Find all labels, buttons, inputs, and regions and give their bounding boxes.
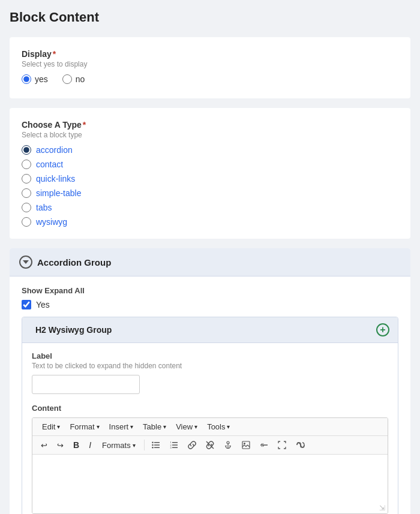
image-icon (242, 441, 250, 449)
italic-button[interactable]: I (85, 438, 95, 452)
display-yes-option[interactable]: yes (22, 74, 48, 84)
accordion-header[interactable]: Accordion Group (10, 248, 410, 276)
label-field-label: Label (32, 351, 388, 360)
svg-rect-0 (154, 442, 160, 443)
display-no-option[interactable]: no (62, 74, 85, 84)
svg-point-5 (152, 447, 154, 449)
type-tabs-label: tabs (36, 203, 52, 212)
menu-edit[interactable]: Edit▾ (37, 420, 65, 433)
anchor-button[interactable] (220, 439, 236, 451)
redo-button[interactable]: ↪ (53, 439, 67, 452)
show-expand-checkbox-row: Yes (22, 300, 398, 309)
infinity-button[interactable] (292, 439, 309, 451)
choose-type-card: Choose A Type* Select a block type accor… (10, 108, 410, 239)
editor-menubar: Edit▾ Format▾ Insert▾ Table▾ (32, 418, 388, 436)
formats-button[interactable]: Formats▾ (97, 439, 140, 452)
fullscreen-icon (278, 441, 286, 449)
accordion-chevron-icon (19, 256, 32, 269)
unlink-icon (206, 441, 214, 449)
anchor-icon (224, 441, 232, 449)
menu-format[interactable]: Format▾ (65, 420, 104, 433)
show-expand-checkbox[interactable] (22, 300, 31, 309)
link-button[interactable] (184, 439, 200, 451)
svg-point-4 (152, 444, 154, 446)
svg-text:3: 3 (170, 446, 172, 449)
image-button[interactable] (238, 439, 254, 451)
page-container: Block Content Display* Select yes to dis… (0, 0, 420, 514)
unordered-list-button[interactable] (148, 439, 164, 451)
label-text-input[interactable] (32, 375, 140, 394)
type-quick-links-label: quick-links (36, 174, 75, 184)
undo-button[interactable]: ↩ (37, 439, 51, 452)
strikethrough-button[interactable]: S (256, 439, 272, 451)
choose-type-hint: Select a block type (22, 131, 398, 139)
type-simple-table-radio[interactable] (22, 188, 31, 198)
svg-point-13 (227, 441, 229, 444)
display-radio-group: yes no (22, 74, 398, 84)
display-yes-label: yes (35, 74, 48, 84)
type-simple-table-label: simple-table (36, 188, 81, 198)
show-expand-label: Show Expand All (22, 286, 398, 295)
content-field-block: Content Edit▾ Format▾ (32, 404, 388, 514)
display-no-label: no (76, 74, 85, 84)
menu-edit-arrow: ▾ (57, 423, 60, 430)
show-expand-yes-label: Yes (36, 300, 50, 309)
accordion-section: Accordion Group Show Expand All Yes H2 W… (10, 248, 410, 514)
type-contact[interactable]: contact (22, 160, 398, 169)
link-icon (188, 441, 196, 449)
type-tabs[interactable]: tabs (22, 203, 398, 212)
type-wysiwyg-radio[interactable] (22, 217, 31, 227)
display-no-radio[interactable] (62, 74, 72, 84)
wysiwyg-section: H2 Wysiwyg Group + Label Text to be clic… (22, 317, 398, 514)
accordion-header-title: Accordion Group (37, 257, 111, 267)
type-accordion-radio[interactable] (22, 145, 31, 155)
type-quick-links[interactable]: quick-links (22, 174, 398, 184)
type-simple-table[interactable]: simple-table (22, 188, 398, 198)
type-accordion[interactable]: accordion (22, 145, 398, 155)
toolbar-sep-1 (144, 440, 145, 450)
type-quick-links-radio[interactable] (22, 174, 31, 184)
display-label: Display* (22, 49, 398, 59)
wysiwyg-add-icon[interactable]: + (376, 323, 389, 336)
ordered-list-button[interactable]: 1 2 3 (166, 439, 182, 451)
menu-view-arrow: ▾ (194, 423, 197, 430)
strikethrough-icon: S (260, 441, 268, 449)
unlink-button[interactable] (202, 439, 218, 451)
content-label: Content (32, 404, 388, 413)
display-card: Display* Select yes to display yes no (10, 37, 410, 98)
type-tabs-radio[interactable] (22, 203, 31, 212)
fullscreen-button[interactable] (274, 439, 290, 451)
display-yes-radio[interactable] (22, 74, 31, 84)
resize-icon: ⇲ (379, 504, 385, 512)
menu-view[interactable]: View▾ (171, 420, 202, 433)
svg-rect-17 (242, 441, 250, 449)
choose-type-label: Choose A Type* (22, 120, 398, 130)
menu-insert[interactable]: Insert▾ (104, 420, 139, 433)
menu-table[interactable]: Table▾ (138, 420, 171, 433)
type-contact-radio[interactable] (22, 160, 31, 169)
formats-arrow: ▾ (133, 442, 136, 449)
type-options: accordion contact quick-links simple-tab… (22, 145, 398, 227)
svg-rect-7 (172, 444, 178, 446)
wysiwyg-header-title: H2 Wysiwyg Group (35, 325, 112, 335)
menu-tools-arrow: ▾ (227, 423, 230, 430)
menu-table-arrow: ▾ (163, 423, 166, 430)
label-field-hint: Text to be clicked to expand the hidden … (32, 362, 388, 370)
ul-icon (152, 441, 160, 449)
svg-rect-2 (154, 447, 160, 449)
menu-tools[interactable]: Tools▾ (202, 420, 235, 433)
type-contact-label: contact (36, 160, 63, 169)
menu-format-arrow: ▾ (97, 423, 100, 430)
ol-icon: 1 2 3 (170, 441, 178, 449)
svg-rect-8 (172, 447, 178, 449)
type-wysiwyg[interactable]: wysiwyg (22, 217, 398, 227)
svg-rect-1 (154, 444, 160, 446)
display-hint: Select yes to display (22, 60, 398, 68)
editor-area[interactable] (32, 455, 388, 503)
label-field-block: Label Text to be clicked to expand the h… (32, 351, 388, 394)
infinity-icon (296, 441, 305, 449)
wysiwyg-header[interactable]: H2 Wysiwyg Group + (22, 317, 398, 343)
page-title: Block Content (10, 10, 410, 25)
wysiwyg-body: Label Text to be clicked to expand the h… (22, 343, 398, 514)
bold-button[interactable]: B (70, 438, 83, 452)
